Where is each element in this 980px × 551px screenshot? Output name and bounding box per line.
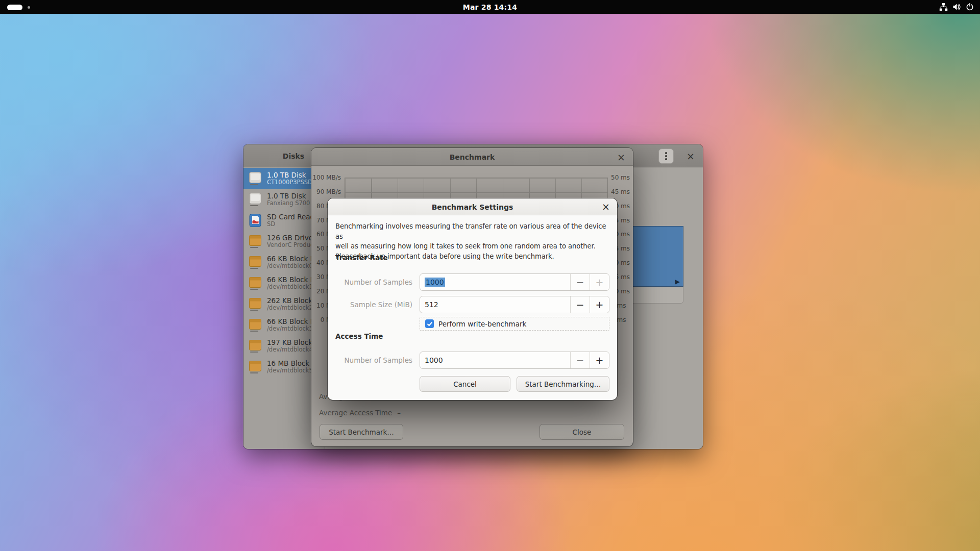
- drive-icon: [248, 192, 263, 207]
- flash-icon: [248, 338, 263, 354]
- benchmark-titlebar: Benchmark ×: [311, 148, 633, 166]
- sample-size-value[interactable]: 512: [420, 296, 570, 313]
- access-samples-label: Number of Samples: [335, 356, 412, 364]
- access-time-heading: Access Time: [335, 332, 383, 340]
- benchmark-title: Benchmark: [311, 148, 633, 166]
- sd-card-icon: [248, 213, 263, 228]
- settings-title: Benchmark Settings: [328, 198, 617, 215]
- average-access-time-label: Average Access Time: [319, 409, 392, 417]
- sample-size-entry[interactable]: 512 − +: [420, 296, 609, 313]
- clock[interactable]: Mar 28 14:14: [0, 0, 980, 14]
- average-access-time-value: –: [397, 409, 401, 417]
- sample-size-plus-button[interactable]: +: [590, 296, 609, 313]
- access-samples-minus-button[interactable]: −: [570, 352, 590, 368]
- start-volume-play-icon[interactable]: ▶: [675, 278, 680, 285]
- description-line: Benchmarking involves measuring the tran…: [335, 221, 611, 241]
- cancel-button[interactable]: Cancel: [420, 376, 510, 392]
- flash-icon: [248, 317, 263, 333]
- description-line: well as measuring how long it takes to s…: [335, 241, 611, 252]
- settings-close-button[interactable]: ×: [599, 199, 612, 214]
- start-benchmark-button[interactable]: Start Benchmark…: [320, 424, 403, 440]
- right-axis-tick: 50 ms: [611, 174, 633, 181]
- power-icon: [966, 3, 974, 11]
- transfer-samples-label: Number of Samples: [335, 278, 412, 286]
- write-benchmark-label: Perform write-benchmark: [438, 320, 526, 328]
- transfer-rate-heading: Transfer Rate: [335, 254, 388, 262]
- close-button[interactable]: Close: [540, 424, 624, 440]
- average-access-time-row: Average Access Time –: [319, 409, 401, 417]
- disks-close-button[interactable]: ×: [684, 148, 697, 164]
- left-axis-tick: 100 MB/s: [311, 174, 341, 181]
- flash-icon: [248, 359, 263, 374]
- access-samples-plus-button[interactable]: +: [590, 352, 609, 368]
- start-benchmarking-button[interactable]: Start Benchmarking…: [517, 376, 609, 392]
- access-samples-entry[interactable]: 1000 − +: [420, 352, 609, 369]
- settings-titlebar: Benchmark Settings ×: [328, 198, 617, 215]
- write-benchmark-checkbox[interactable]: [425, 319, 434, 328]
- transfer-samples-value[interactable]: 1000: [420, 274, 570, 290]
- access-samples-value[interactable]: 1000: [420, 352, 570, 368]
- flash-icon: [248, 296, 263, 312]
- status-area[interactable]: [939, 0, 974, 14]
- flash-icon: [248, 276, 263, 291]
- sample-size-label: Sample Size (MiB): [335, 300, 412, 309]
- flash-icon: [248, 255, 263, 270]
- benchmark-settings-dialog: Benchmark Settings × Benchmarking involv…: [328, 198, 617, 400]
- device-title: 1.0 TB Disk: [267, 171, 316, 179]
- left-axis-tick: 90 MB/s: [311, 188, 341, 195]
- transfer-samples-entry[interactable]: 1000 − +: [420, 273, 609, 291]
- write-benchmark-row[interactable]: Perform write-benchmark: [420, 317, 609, 331]
- network-wired-icon: [939, 3, 948, 11]
- benchmark-close-button[interactable]: ×: [615, 149, 628, 165]
- top-bar: Mar 28 14:14: [0, 0, 980, 14]
- sample-size-minus-button[interactable]: −: [570, 296, 590, 313]
- drive-icon: [248, 171, 263, 186]
- device-subtitle: CT1000P3PSSD8: [267, 179, 316, 186]
- flash-icon: [248, 234, 263, 249]
- transfer-samples-minus-button[interactable]: −: [570, 274, 590, 290]
- menu-kebab-button[interactable]: [658, 148, 674, 164]
- transfer-samples-plus-button[interactable]: +: [590, 274, 609, 290]
- right-axis-tick: 45 ms: [611, 188, 633, 195]
- volume-icon: [952, 3, 961, 11]
